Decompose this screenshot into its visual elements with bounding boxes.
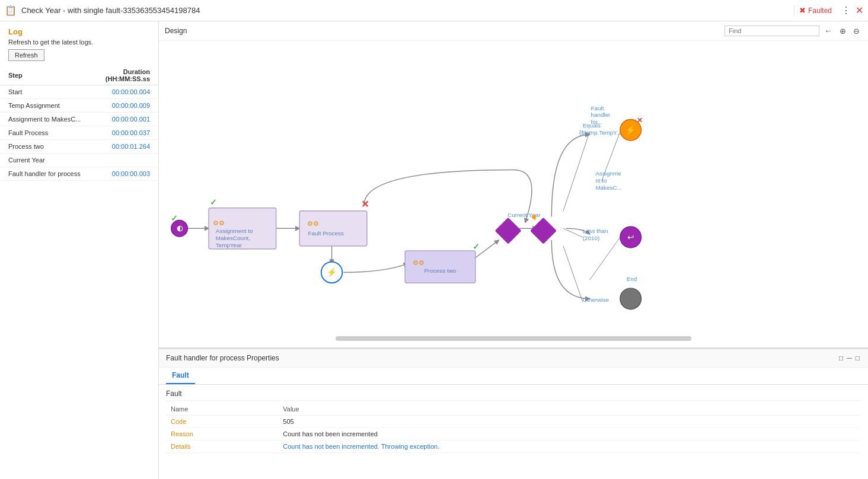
diamond2-node[interactable]	[530, 218, 557, 244]
end-node[interactable]	[620, 288, 642, 309]
log-row: Start00:00:00.004	[0, 85, 158, 99]
svg-text:MakesC...: MakesC...	[595, 184, 621, 191]
svg-text:MakesCount,: MakesCount,	[216, 235, 250, 241]
fault-field-value: 505	[278, 416, 861, 428]
svg-text:✓: ✓	[210, 197, 217, 207]
svg-text:✕: ✕	[637, 116, 643, 124]
log-row: Fault Process00:00:00.037	[0, 126, 158, 140]
find-bar: ← ⊕ ⊖	[725, 25, 862, 37]
log-step-duration: 00:00:00.037	[94, 126, 158, 140]
svg-text:✓: ✓	[473, 242, 480, 251]
svg-line-43	[590, 237, 620, 280]
svg-text:⚙: ⚙	[213, 219, 219, 226]
properties-panel: Fault handler for process Properties □ ─…	[159, 349, 868, 479]
fault-col-value: Value	[278, 403, 861, 416]
fault-table: Name Value Code505ReasonCount has not be…	[166, 403, 861, 453]
process-two-node[interactable]	[405, 251, 476, 283]
close-button[interactable]: ✕	[856, 5, 863, 16]
log-row: Assignment to MakesC...00:00:00.001	[0, 113, 158, 126]
refresh-button[interactable]: Refresh	[8, 49, 44, 61]
fault-row: Code505	[166, 416, 861, 428]
svg-text:nt to: nt to	[595, 177, 607, 184]
svg-text:Fault Process: Fault Process	[308, 230, 344, 237]
status-badge: ✖ Faulted	[794, 5, 837, 16]
properties-title: Fault handler for process Properties	[166, 354, 838, 362]
prop-maximize-button[interactable]: □	[838, 353, 844, 363]
status-text: Faulted	[808, 7, 832, 15]
fault-field-name: Code	[166, 416, 278, 428]
tab-fault[interactable]: Fault	[166, 368, 195, 384]
nav-back-button[interactable]: ←	[822, 25, 835, 37]
svg-text:for...: for...	[591, 119, 602, 125]
svg-text:⚙: ⚙	[219, 219, 225, 226]
log-step-duration: 00:00:00.009	[94, 99, 158, 113]
svg-line-41	[563, 246, 583, 302]
log-step-name: Start	[0, 85, 94, 99]
col-step: Step	[0, 66, 94, 85]
log-step-duration: 00:00:00.004	[94, 85, 158, 99]
main-layout: Log Refresh to get the latest logs. Refr…	[0, 21, 868, 479]
diagram-svg: ◐ ✓ ⚙ ⚙ Assignment to MakesCount, TempYe…	[159, 41, 868, 346]
app-icon: 📋	[5, 5, 17, 16]
left-panel: Log Refresh to get the latest logs. Refr…	[0, 21, 159, 479]
zoom-out-button[interactable]: ⊖	[851, 25, 862, 37]
log-row: Fault handler for process00:00:00.003	[0, 167, 158, 181]
svg-text:Assignme: Assignme	[595, 170, 621, 177]
svg-text:↩: ↩	[627, 232, 634, 242]
svg-text:Current Year: Current Year	[508, 212, 541, 218]
fault-field-value: Count has not been incremented	[278, 428, 861, 440]
title-bar: 📋 Check Year - with single fault-3353635…	[0, 0, 868, 21]
faulted-icon: ✖	[799, 6, 806, 15]
diamond1-node[interactable]	[495, 218, 522, 244]
menu-button[interactable]: ⋮	[841, 5, 851, 16]
log-step-duration: 00:00:01.264	[94, 140, 158, 154]
title-bar-actions: ⋮ ✕	[841, 5, 863, 16]
zoom-in-button[interactable]: ⊕	[837, 25, 848, 37]
svg-text:◐: ◐	[177, 224, 183, 232]
find-input[interactable]	[725, 25, 819, 36]
log-step-name: Assignment to MakesC...	[0, 113, 94, 126]
svg-text:End: End	[627, 276, 637, 282]
prop-restore-button[interactable]: □	[854, 353, 861, 363]
title-bar-text: Check Year - with single fault-335363553…	[21, 6, 789, 15]
svg-text:✕: ✕	[361, 199, 369, 209]
fault-process-node[interactable]	[299, 211, 367, 246]
svg-text:handler: handler	[591, 112, 611, 119]
log-step-name: Current Year	[0, 154, 94, 167]
fault-row: ReasonCount has not been incremented	[166, 428, 861, 440]
svg-text:{$temp.TempY...: {$temp.TempY...	[579, 129, 621, 136]
fault-row: DetailsCount has not been incremented. T…	[166, 440, 861, 453]
log-row: Temp Assignment00:00:00.009	[0, 99, 158, 113]
svg-text:(2010): (2010)	[583, 235, 600, 241]
log-title: Log	[8, 27, 150, 36]
svg-text:⚙: ⚙	[413, 259, 419, 266]
log-row: Process two00:00:01.264	[0, 140, 158, 154]
properties-content: Fault Name Value Code505ReasonCount has …	[159, 385, 868, 479]
log-step-duration: 00:00:00.003	[94, 167, 158, 181]
log-step-duration: 00:00:00.001	[94, 113, 158, 126]
diagram-scrollbar[interactable]	[336, 336, 691, 341]
fault-col-name: Name	[166, 403, 278, 416]
properties-header: Fault handler for process Properties □ ─…	[159, 349, 868, 368]
svg-text:⚙: ⚙	[313, 220, 319, 227]
svg-text:Otherwise: Otherwise	[583, 296, 609, 303]
svg-text:Process two: Process two	[425, 267, 457, 274]
prop-minimize-button[interactable]: ─	[845, 353, 853, 363]
fault-field-name: Reason	[166, 428, 278, 440]
svg-text:Fault: Fault	[591, 105, 604, 111]
design-panel: Design ← ⊕ ⊖	[159, 21, 868, 349]
log-header: Log Refresh to get the latest logs. Refr…	[0, 21, 158, 61]
log-refresh-hint: Refresh to get the latest logs.	[8, 39, 150, 46]
log-row: Current Year	[0, 154, 158, 167]
svg-text:✓: ✓	[171, 213, 178, 223]
diagram-area: ◐ ✓ ⚙ ⚙ Assignment to MakesCount, TempYe…	[159, 41, 868, 346]
right-area: Design ← ⊕ ⊖	[159, 21, 868, 479]
log-step-name: Temp Assignment	[0, 99, 94, 113]
log-step-name: Fault Process	[0, 126, 94, 140]
svg-text:Less than: Less than	[583, 228, 608, 234]
svg-text:⚙: ⚙	[307, 220, 313, 227]
log-step-duration	[94, 154, 158, 167]
svg-line-39	[563, 132, 589, 210]
log-step-name: Fault handler for process	[0, 167, 94, 181]
log-table: Step Duration(HH:MM:SS.ss Start00:00:00.…	[0, 61, 158, 479]
